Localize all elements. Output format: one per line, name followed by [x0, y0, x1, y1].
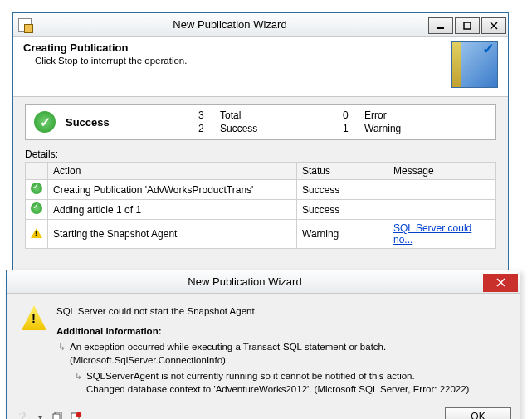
dialog-content: SQL Server could not start the Snapshot … — [7, 294, 520, 402]
total-label: Total — [220, 110, 343, 121]
ok-button[interactable]: OK — [445, 407, 511, 419]
error-count: 0 — [343, 110, 359, 121]
row-message: SQL Server could no... — [388, 220, 496, 249]
header-title: Creating Publication — [23, 41, 451, 54]
close-icon — [496, 278, 505, 287]
maximize-icon — [463, 22, 471, 30]
dialog-titlebar: New Publication Wizard — [7, 270, 520, 294]
info-line-1: ↳ An exception occurred while executing … — [58, 341, 505, 367]
svg-rect-1 — [464, 22, 471, 29]
dialog-title: New Publication Wizard — [7, 275, 483, 288]
success-icon — [31, 202, 42, 214]
error-dialog: New Publication Wizard SQL Server could … — [6, 270, 520, 419]
header-panel: Creating Publication Click Stop to inter… — [13, 37, 508, 97]
dialog-message: SQL Server could not start the Snapshot … — [56, 305, 505, 396]
row-action: Creating Publication 'AdvWorksProductTra… — [48, 180, 297, 200]
svg-rect-7 — [53, 414, 60, 419]
chevron-down-icon[interactable]: ▾ — [33, 411, 46, 419]
header-text: Creating Publication Click Stop to inter… — [23, 41, 451, 88]
row-message — [388, 200, 496, 220]
svg-point-9 — [76, 412, 81, 417]
row-action: Adding article 1 of 1 — [48, 200, 297, 220]
success-icon: ✓ — [34, 111, 56, 133]
details-label: Details: — [25, 149, 496, 160]
row-icon-cell — [26, 220, 48, 249]
close-button[interactable] — [481, 17, 506, 34]
tree-arrow-icon: ↳ — [58, 341, 66, 367]
error-label: Error — [364, 110, 487, 121]
warning-icon — [22, 305, 46, 330]
success-label: Success — [220, 123, 343, 134]
help-icon[interactable]: ❔ — [15, 411, 28, 419]
summary-box: ✓ Success 3 Total 2 Success 0 Error 1 Wa… — [25, 104, 496, 140]
row-status: Warning — [297, 220, 388, 249]
table-row[interactable]: Adding article 1 of 1Success — [26, 200, 496, 220]
col-status[interactable]: Status — [297, 163, 388, 180]
summary-mid: 3 Total 2 Success — [198, 110, 343, 134]
close-icon — [490, 22, 498, 30]
tree-arrow-icon: ↳ — [75, 370, 83, 396]
dialog-main-text: SQL Server could not start the Snapshot … — [56, 305, 505, 319]
footer-icons: ❔ ▾ — [15, 411, 83, 419]
info-line-2: ↳ SQLServerAgent is not currently runnin… — [75, 370, 505, 396]
row-action: Starting the Snapshot Agent — [48, 220, 297, 249]
header-subtitle: Click Stop to interrupt the operation. — [35, 56, 451, 66]
success-count: 2 — [198, 123, 215, 134]
col-action[interactable]: Action — [48, 163, 297, 180]
success-icon — [31, 183, 42, 194]
app-icon — [18, 18, 32, 32]
copy-icon[interactable] — [51, 411, 65, 419]
window-title: New Publication Wizard — [32, 18, 428, 31]
row-status: Success — [297, 200, 388, 220]
total-count: 3 — [198, 110, 215, 121]
wizard-window: New Publication Wizard Creating Publicat… — [12, 12, 509, 303]
copy-error-icon[interactable] — [70, 411, 83, 419]
dialog-footer: ❔ ▾ OK — [7, 402, 520, 419]
overall-status: Success — [66, 116, 198, 129]
info-text-2: SQLServerAgent is not currently running … — [86, 370, 469, 396]
info-text-1: An exception occurred while executing a … — [70, 341, 505, 367]
wizard-graphic-icon — [451, 41, 498, 88]
row-icon-cell — [26, 200, 48, 220]
dialog-close-button[interactable] — [483, 274, 518, 292]
row-icon-cell — [26, 180, 48, 200]
details-table: Action Status Message Creating Publicati… — [25, 162, 496, 249]
warning-count: 1 — [343, 123, 359, 134]
table-row[interactable]: Starting the Snapshot AgentWarningSQL Se… — [26, 220, 496, 249]
warning-icon — [31, 228, 42, 238]
minimize-icon — [437, 22, 445, 30]
svg-rect-0 — [437, 27, 444, 29]
col-icon[interactable] — [26, 163, 48, 180]
col-message[interactable]: Message — [388, 163, 496, 180]
titlebar: New Publication Wizard — [13, 13, 508, 37]
row-status: Success — [297, 180, 388, 200]
summary-right: 0 Error 1 Warning — [343, 110, 487, 134]
window-buttons — [428, 16, 508, 34]
warning-label: Warning — [364, 123, 487, 134]
table-row[interactable]: Creating Publication 'AdvWorksProductTra… — [26, 180, 496, 200]
minimize-button[interactable] — [428, 17, 453, 34]
additional-info-header: Additional information: — [56, 325, 505, 339]
maximize-button[interactable] — [455, 17, 480, 34]
row-message — [388, 180, 496, 200]
message-link[interactable]: SQL Server could no... — [393, 222, 471, 246]
